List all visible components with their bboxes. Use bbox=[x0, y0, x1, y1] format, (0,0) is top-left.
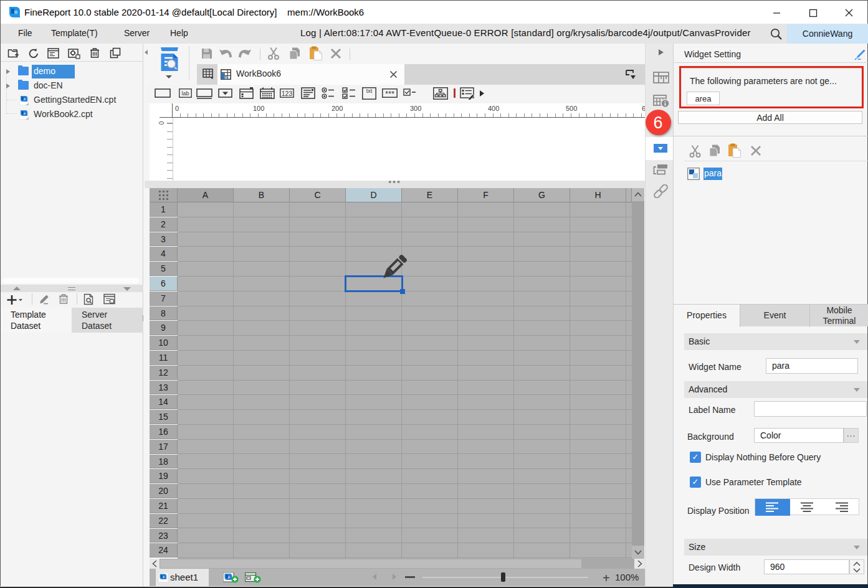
svg-text:txt: txt bbox=[366, 88, 373, 94]
svg-text:123: 123 bbox=[282, 90, 293, 97]
svg-text:***: *** bbox=[385, 89, 394, 98]
svg-text:lab: lab bbox=[181, 90, 189, 97]
